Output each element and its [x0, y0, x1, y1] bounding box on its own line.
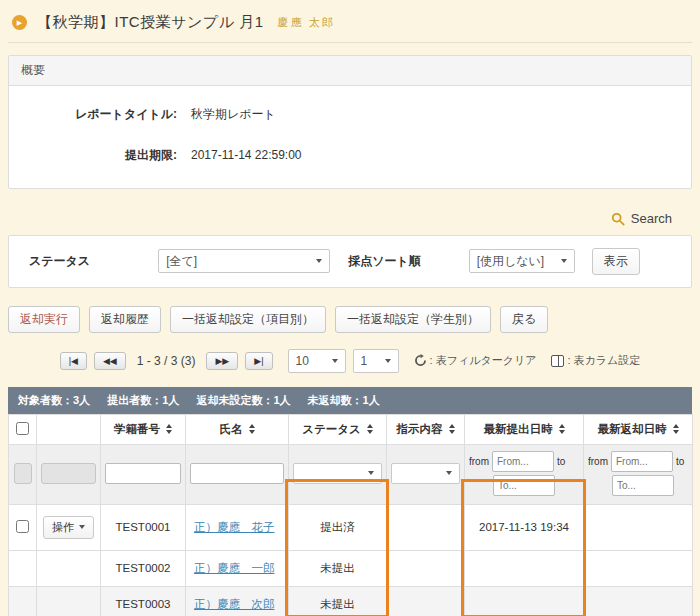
instruction-filter-dropdown[interactable]: [391, 463, 460, 484]
deadline-row: 提出期限: 2017-11-14 22:59:00: [9, 147, 691, 164]
page-number-select[interactable]: 1: [353, 349, 399, 373]
overview-panel-title: 概要: [9, 56, 691, 86]
latest-return-header-cell: 最新返却日時: [584, 414, 693, 444]
status-header-label: ステータス: [302, 422, 361, 437]
table-row: TEST0003 正）慶應 次郎 未提出: [9, 586, 693, 616]
page: ▶ 【秋学期】ITC授業サンプル 月1 慶應 太郎 概要 レポートタイトル: 秋…: [0, 0, 700, 616]
page-size-select[interactable]: 10: [288, 349, 346, 373]
student-name-link[interactable]: 正）慶應 一郎: [194, 562, 275, 574]
row-select-cell: [9, 550, 37, 586]
sort-icon[interactable]: [367, 424, 373, 434]
overview-panel: 概要 レポートタイトル: 秋学期レポート 提出期限: 2017-11-14 22…: [8, 55, 692, 189]
return-to-input[interactable]: [612, 475, 674, 496]
row-checkbox[interactable]: [16, 520, 29, 533]
latest-return-cell: [584, 550, 693, 586]
name-header-cell: 氏名: [186, 414, 289, 444]
instruction-cell: [387, 550, 465, 586]
results-table-container: 対象者数：3人 提出者数：1人 返却未設定数：1人 未返却数：1人 学籍番号: [8, 387, 692, 616]
deadline-label: 提出期限:: [9, 147, 177, 164]
filter-placeholder-block: [14, 463, 32, 484]
status-cell: 未提出: [289, 550, 387, 586]
page-title: 【秋学期】ITC授業サンプル 月1: [37, 13, 264, 32]
operation-label: 操作: [52, 520, 74, 535]
submission-to-input[interactable]: [493, 475, 555, 496]
filter-name-cell: [186, 444, 289, 504]
filter-placeholder-block: [41, 463, 96, 484]
return-history-button[interactable]: 返却履歴: [89, 306, 161, 333]
refresh-icon: [414, 354, 427, 367]
sort-icon[interactable]: [449, 424, 455, 434]
student-name-link[interactable]: 正）慶應 次郎: [194, 598, 275, 610]
table-column-config-control[interactable]: : 表カラム設定: [551, 353, 640, 368]
status-cell: 提出済: [289, 504, 387, 550]
bulk-return-by-student-button[interactable]: 一括返却設定（学生別）: [335, 306, 491, 333]
instruction-cell: [387, 586, 465, 616]
return-execute-button[interactable]: 返却実行: [8, 306, 80, 333]
latest-submission-cell: 2017-11-13 19:34: [465, 504, 584, 550]
chevron-circle-icon: ▶: [12, 15, 27, 30]
score-sort-select[interactable]: [使用しない]: [469, 249, 575, 273]
deadline-value: 2017-11-14 22:59:00: [191, 148, 302, 162]
display-button[interactable]: 表示: [592, 248, 640, 275]
instruction-header-label: 指示内容: [397, 422, 443, 437]
score-sort-selected-value: [使用しない]: [477, 253, 545, 270]
page-number-value: 1: [361, 354, 368, 368]
page-size-value: 10: [296, 354, 309, 368]
student-id-filter-input[interactable]: [105, 463, 181, 484]
prev-page-button[interactable]: ◀◀: [94, 352, 126, 370]
to-label: to: [557, 456, 565, 467]
status-cell: 未提出: [289, 586, 387, 616]
student-id-header-cell: 学籍番号: [101, 414, 186, 444]
return-from-input[interactable]: [611, 451, 673, 472]
student-id-cell: TEST0002: [101, 550, 186, 586]
pagination-bar: |◀ ◀◀ 1 - 3 / 3 (3) ▶▶ ▶| 10 1 : 表フィルターク…: [8, 349, 692, 373]
page-header: ▶ 【秋学期】ITC授業サンプル 月1 慶應 太郎: [8, 0, 692, 42]
submission-from-input[interactable]: [492, 451, 554, 472]
student-name-link[interactable]: 正）慶應 花子: [194, 521, 275, 533]
from-label: from: [588, 456, 608, 467]
stat-target-count: 対象者数：3人: [18, 394, 90, 406]
name-filter-input[interactable]: [190, 463, 284, 484]
sort-icon[interactable]: [673, 424, 679, 434]
sort-icon[interactable]: [559, 424, 565, 434]
report-title-value: 秋学期レポート: [191, 106, 276, 123]
latest-return-cell: [584, 586, 693, 616]
status-filter-select[interactable]: [全て]: [158, 249, 330, 273]
bulk-return-by-item-button[interactable]: 一括返却設定（項目別）: [170, 306, 326, 333]
sort-icon[interactable]: [249, 424, 255, 434]
row-action-cell: 操作: [37, 504, 101, 550]
table-row: 操作 TEST0001 正）慶應 花子 提出済 2017-11-13 19:34: [9, 504, 693, 550]
chevron-down-icon: [385, 359, 391, 363]
back-button[interactable]: 戻る: [500, 306, 548, 333]
select-all-header-cell: [9, 414, 37, 444]
report-title-row: レポートタイトル: 秋学期レポート: [9, 106, 691, 123]
search-toggle[interactable]: Search: [611, 211, 672, 226]
table-filter-row: from to from: [9, 444, 693, 504]
select-all-checkbox[interactable]: [16, 422, 29, 435]
last-page-button[interactable]: ▶|: [245, 352, 272, 370]
sort-icon[interactable]: [166, 424, 172, 434]
chevron-down-icon: [332, 359, 338, 363]
filter-student-id-cell: [101, 444, 186, 504]
page-range-text: 1 - 3 / 3 (3): [137, 354, 196, 368]
student-id-cell: TEST0003: [101, 586, 186, 616]
status-filter-label: ステータス: [29, 253, 90, 270]
instruction-cell: [387, 504, 465, 550]
action-buttons-top: 返却実行 返却履歴 一括返却設定（項目別） 一括返却設定（学生別） 戻る: [8, 306, 692, 333]
report-title-label: レポートタイトル:: [9, 106, 177, 123]
first-page-button[interactable]: |◀: [60, 352, 87, 370]
operation-menu-button[interactable]: 操作: [43, 516, 94, 539]
next-page-button[interactable]: ▶▶: [206, 352, 238, 370]
latest-return-header-label: 最新返却日時: [598, 422, 667, 437]
filter-status-cell: [289, 444, 387, 504]
latest-submission-cell: [465, 586, 584, 616]
instruction-header-cell: 指示内容: [387, 414, 465, 444]
table-filter-clear-label: : 表フィルタークリア: [430, 353, 537, 368]
name-header-label: 氏名: [220, 422, 243, 437]
status-filter-dropdown[interactable]: [293, 463, 382, 484]
table-filter-clear-control[interactable]: : 表フィルタークリア: [414, 353, 537, 368]
action-header-cell: [37, 414, 101, 444]
table-row: TEST0002 正）慶應 一郎 未提出: [9, 550, 693, 586]
search-icon: [611, 212, 625, 226]
teacher-name-link[interactable]: 慶應 太郎: [278, 15, 335, 30]
